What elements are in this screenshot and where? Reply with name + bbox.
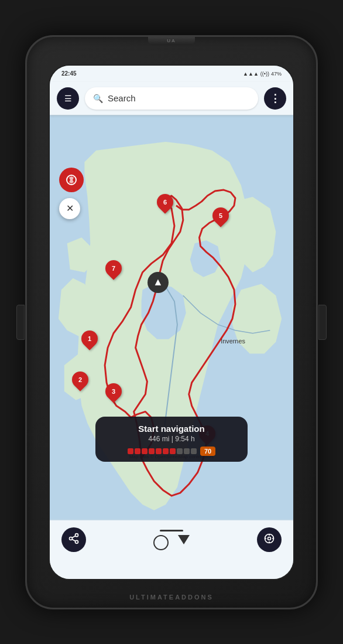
side-button-right[interactable] (318, 305, 327, 340)
map-pin-6[interactable]: 6 (157, 194, 173, 210)
more-icon: ⋮ (270, 92, 281, 105)
navigation-arrow: ▲ (148, 272, 169, 293)
map-pin-5[interactable]: 5 (212, 207, 229, 224)
bottom-bar (50, 520, 293, 579)
progress-seg-1 (128, 448, 133, 454)
nav-title: Start navigation (105, 424, 238, 434)
progress-seg-9 (184, 448, 190, 454)
map-pin-3[interactable]: 3 (105, 383, 122, 400)
route-button[interactable] (59, 168, 84, 192)
search-bar: ☰ 🔍 Search ⋮ (50, 82, 293, 115)
svg-point-8 (268, 537, 271, 540)
nav-recent-icon[interactable] (160, 530, 183, 531)
ua-logo: UA (167, 38, 176, 43)
progress-seg-6 (163, 448, 169, 454)
close-icon: ✕ (66, 203, 74, 214)
wifi-icon: ((•)) (260, 71, 269, 77)
menu-button[interactable]: ☰ (57, 87, 79, 110)
pin-label-3: 3 (112, 388, 115, 395)
map-area[interactable]: Invernes ▲ 6 5 7 (50, 115, 293, 520)
status-icons: ▲▲▲ ((•)) 47% (243, 71, 282, 77)
phone-screen: 22:45 ▲▲▲ ((•)) 47% ☰ 🔍 Search ⋮ (49, 64, 294, 580)
map-pin-1[interactable]: 1 (81, 330, 98, 347)
search-field[interactable]: 🔍 Search (85, 87, 258, 110)
share-button[interactable] (61, 527, 86, 552)
pin-label-2: 2 (78, 376, 82, 383)
svg-text:Invernes: Invernes (221, 337, 245, 344)
pin-label-5: 5 (219, 212, 222, 219)
search-label: Search (108, 93, 136, 103)
progress-seg-10 (191, 448, 197, 454)
progress-seg-7 (170, 448, 176, 454)
svg-point-3 (76, 533, 78, 536)
close-button[interactable]: ✕ (59, 198, 80, 219)
progress-seg-4 (149, 448, 155, 454)
map-pin-2[interactable]: 2 (72, 372, 88, 388)
svg-line-7 (72, 536, 76, 537)
svg-point-5 (76, 540, 78, 543)
progress-seg-3 (142, 448, 148, 454)
svg-line-6 (72, 539, 76, 541)
hamburger-icon: ☰ (64, 94, 72, 103)
arrow-icon: ▲ (153, 276, 163, 288)
route-icon (64, 173, 78, 187)
nav-home-icon[interactable] (153, 535, 169, 550)
phone-case: UA 22:45 ▲▲▲ ((•)) 47% ☰ 🔍 Search ⋮ (25, 35, 318, 609)
progress-bar: 70 (105, 447, 238, 456)
brand-text: ULTIMATEADDONS (129, 594, 214, 601)
more-options-button[interactable]: ⋮ (264, 87, 286, 110)
nav-stats: 446 mi | 9:54 h (105, 435, 238, 443)
score-badge: 70 (200, 447, 215, 456)
progress-seg-2 (135, 448, 140, 454)
navigation-panel: Start navigation 446 mi | 9:54 h (95, 417, 248, 462)
pin-label-1: 1 (88, 335, 91, 342)
map-pin-7[interactable]: 7 (105, 260, 122, 277)
svg-point-4 (70, 537, 73, 540)
status-bar: 22:45 ▲▲▲ ((•)) 47% (50, 66, 293, 82)
location-button[interactable] (257, 527, 282, 552)
progress-seg-8 (177, 448, 183, 454)
side-button-left[interactable] (16, 305, 25, 340)
pin-label-6: 6 (163, 199, 167, 206)
progress-segments (128, 448, 197, 454)
search-icon: 🔍 (93, 94, 103, 103)
status-time: 22:45 (61, 70, 77, 77)
location-icon (263, 533, 275, 547)
signal-icon: ▲▲▲ (243, 71, 259, 77)
case-top-bar: UA (148, 37, 195, 45)
bottom-nav-buttons (153, 527, 190, 550)
progress-seg-5 (156, 448, 162, 454)
share-icon (68, 533, 80, 547)
nav-back-icon[interactable] (178, 535, 190, 544)
pin-label-7: 7 (112, 265, 115, 272)
battery-level: 47% (271, 71, 282, 77)
